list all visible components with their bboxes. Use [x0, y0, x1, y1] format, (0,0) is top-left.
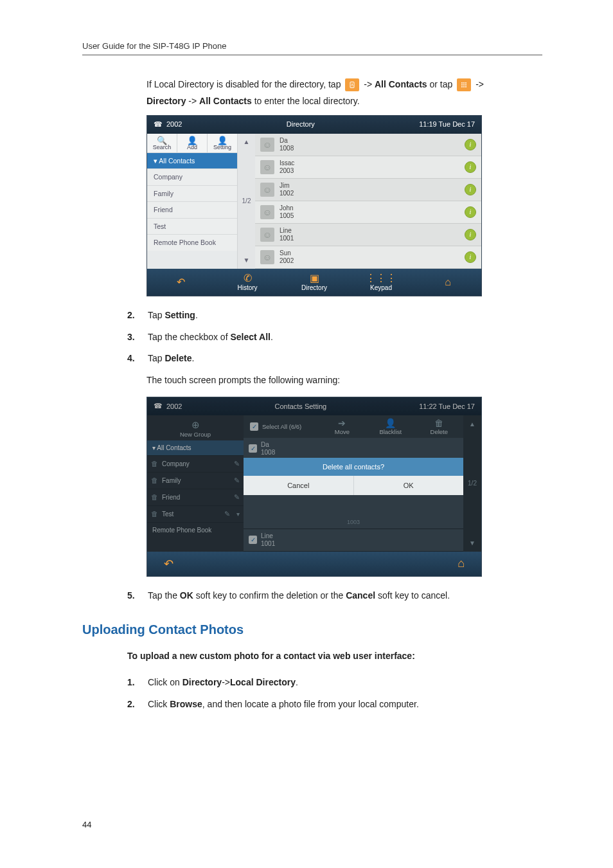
step-text: .	[195, 310, 198, 320]
back-icon: ↶	[177, 277, 185, 287]
edit-icon[interactable]: ✎	[234, 476, 240, 485]
contact-row[interactable]: ☺John1005i	[255, 201, 481, 224]
group-item[interactable]: 🗑Friend✎	[147, 489, 244, 505]
ok-button[interactable]: OK	[354, 476, 464, 495]
step-number: 4.	[127, 351, 147, 366]
contact-row-partial: 1003	[244, 516, 463, 529]
group-item[interactable]: Friend	[147, 201, 237, 218]
avatar-icon: ☺	[260, 138, 274, 152]
info-icon[interactable]: i	[465, 251, 476, 263]
contact-row[interactable]: ☺Sun2002i	[255, 246, 481, 269]
warning-text: The touch screen prompts the following w…	[147, 373, 542, 387]
setting-button[interactable]: 👤Setting	[208, 134, 237, 152]
label: Move	[335, 428, 350, 435]
new-group-button[interactable]: ⊕New Group	[147, 415, 244, 440]
edit-icon[interactable]: ✎	[234, 460, 240, 468]
trash-icon[interactable]: 🗑	[151, 510, 158, 518]
contact-name: Line	[280, 227, 294, 235]
avatar-icon: ☺	[260, 228, 274, 242]
back-softkey[interactable]: ↶	[147, 269, 214, 296]
intro-text: If Local Directory is disabled for the d…	[147, 79, 343, 89]
trash-icon[interactable]: 🗑	[151, 493, 158, 501]
group-item[interactable]: Remote Phone Book	[147, 522, 244, 538]
screenshot-delete-confirm: ☎2002 Contacts Setting 11:22 Tue Dec 17 …	[147, 397, 482, 577]
scroll-down-icon[interactable]: ▼	[469, 539, 475, 547]
phone-icon: ☎	[154, 402, 163, 410]
dialog-title: Delete all contacts?	[244, 458, 463, 476]
delete-button[interactable]: 🗑Delete	[415, 415, 463, 438]
history-softkey[interactable]: ✆History	[214, 269, 281, 296]
label: Directory	[301, 285, 327, 291]
move-button[interactable]: ➔Move	[318, 415, 366, 438]
avatar-icon: ☺	[260, 205, 274, 219]
contact-name: Issac	[280, 159, 294, 167]
group-item[interactable]: Remote Phone Book	[147, 234, 237, 251]
directory-icon	[345, 78, 359, 91]
group-item[interactable]: 🗑Test✎▾	[147, 505, 244, 522]
contact-row[interactable]: ✓Da1008	[244, 438, 463, 460]
page-number: 44	[82, 820, 91, 829]
contact-list: ☺Da1008i ☺Issac2003i ☺Jim1002i ☺John1005…	[255, 134, 481, 269]
info-icon[interactable]: i	[465, 229, 476, 240]
select-all-checkbox[interactable]: ✓Select All (6/6)	[244, 415, 318, 438]
contact-row[interactable]: ☺Jim1002i	[255, 179, 481, 201]
label: Keypad	[370, 285, 392, 291]
label: All Contacts	[157, 444, 191, 451]
confirm-dialog: Delete all contacts? Cancel OK	[244, 458, 463, 495]
directory-softkey[interactable]: ▣Directory	[281, 269, 348, 296]
add-button[interactable]: 👤Add	[177, 134, 208, 152]
scroll-down-icon[interactable]: ▼	[244, 257, 250, 264]
contact-row[interactable]: ✓Line1001	[244, 529, 463, 552]
info-icon[interactable]: i	[465, 139, 476, 150]
contact-number: 1005	[280, 212, 294, 220]
label: All Contacts	[159, 157, 195, 165]
contact-row[interactable]: ☺Issac2003i	[255, 156, 481, 179]
intro-text: ->	[364, 79, 372, 89]
side-scrollbar[interactable]: ▲ 1/2 ▼	[237, 134, 255, 269]
group-all-contacts[interactable]: ▾ All Contacts	[147, 440, 244, 455]
group-item[interactable]: 🗑Family✎	[147, 472, 244, 489]
scroll-up-icon[interactable]: ▲	[469, 420, 475, 428]
intro-paragraph: If Local Directory is disabled for the d…	[147, 77, 542, 109]
cancel-button[interactable]: Cancel	[244, 476, 354, 495]
info-icon[interactable]: i	[465, 206, 476, 218]
info-icon[interactable]: i	[465, 184, 476, 195]
back-icon[interactable]: ↶	[164, 557, 173, 571]
label: Friend	[162, 494, 180, 501]
home-softkey[interactable]: ⌂	[414, 269, 481, 296]
edit-icon[interactable]: ✎	[224, 510, 230, 518]
trash-icon: 🗑	[415, 418, 463, 428]
step-number: 2.	[127, 697, 147, 712]
group-all-contacts[interactable]: ▾ All Contacts	[147, 152, 237, 169]
trash-icon[interactable]: 🗑	[151, 460, 158, 467]
chevron-down-icon[interactable]: ▾	[236, 511, 240, 518]
all-contacts-label: All Contacts	[199, 96, 252, 106]
edit-icon[interactable]: ✎	[234, 493, 240, 502]
group-item[interactable]: Test	[147, 218, 237, 235]
contact-row[interactable]: ☺Da1008i	[255, 134, 481, 156]
label: Delete	[431, 428, 448, 435]
softkey-bar: ↶ ⌂	[147, 552, 481, 576]
step-bold: Cancel	[346, 590, 375, 601]
scroll-up-icon[interactable]: ▲	[244, 139, 250, 145]
label: Add	[187, 144, 197, 150]
group-item[interactable]: Family	[147, 185, 237, 202]
group-item[interactable]: 🗑Company✎	[147, 455, 244, 472]
info-icon[interactable]: i	[465, 161, 476, 173]
trash-icon[interactable]: 🗑	[151, 476, 158, 484]
home-icon[interactable]: ⌂	[458, 557, 465, 570]
contact-number: 1003	[347, 519, 360, 525]
blacklist-button[interactable]: 👤Blacklist	[366, 415, 414, 438]
step-text: Tap	[148, 310, 164, 320]
group-item[interactable]: Company	[147, 168, 237, 185]
keypad-softkey[interactable]: ⋮⋮⋮Keypad	[348, 269, 414, 296]
scrollbar[interactable]: ▲ 1/2 ▼	[463, 415, 481, 552]
svg-point-4	[465, 82, 466, 84]
label: Blacklist	[379, 428, 402, 435]
search-button[interactable]: 🔍Search	[147, 134, 177, 152]
svg-point-10	[465, 86, 466, 87]
contact-row[interactable]: ☺Line1001i	[255, 224, 481, 246]
contact-number: 1001	[261, 540, 275, 547]
contact-number: 1002	[280, 190, 294, 197]
contact-number: 2003	[280, 167, 294, 175]
